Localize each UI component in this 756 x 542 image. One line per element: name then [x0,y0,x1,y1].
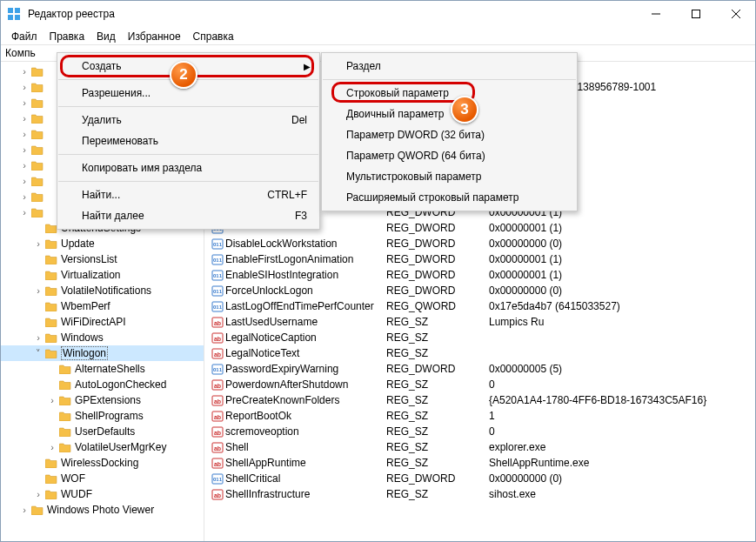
expand-icon[interactable]: › [19,97,30,108]
expand-icon[interactable]: › [33,489,43,499]
value-row[interactable]: 011ShellCriticalREG_DWORD0x00000000 (0) [204,471,756,486]
tree-node[interactable]: ›Update [0,236,204,251]
tree-node[interactable]: AlternateShells [0,361,204,377]
value-row[interactable]: 011PasswordExpiryWarningREG_DWORD0x00000… [204,361,756,377]
tree-node[interactable]: AutoLogonChecked [0,377,204,392]
value-row[interactable]: 011LastLogOffEndTimePerfCounterREG_QWORD… [204,298,756,314]
value-row[interactable]: abLegalNoticeCaptionREG_SZ [204,330,756,345]
svg-text:011: 011 [213,289,223,294]
ctx_sub-item[interactable]: Двоичный параметр [322,104,577,124]
ctx_main-item[interactable]: Найти далееF3 [57,205,319,226]
menu-favorites[interactable]: Избранное [122,30,187,43]
folder-icon [59,379,71,390]
value-row[interactable]: abReportBootOkREG_SZ1 [204,408,756,424]
close-button[interactable] [716,0,756,28]
binary-icon: 011 [210,269,225,281]
ctx_sub-item[interactable]: Строковый параметр [322,83,577,104]
binary-icon: 011 [210,253,225,265]
ctx_main-item[interactable]: Разрешения... [57,83,319,104]
svg-text:011: 011 [213,477,223,482]
ctx_sub-item[interactable]: Мультистроковый параметр [322,166,577,187]
value-row[interactable]: abLegalNoticeTextREG_SZ [204,345,756,361]
ctx_sub-item[interactable]: Раздел [322,56,577,77]
ctx_main-item[interactable]: Найти...CTRL+F [57,184,319,205]
value-name: EnableSIHostIntegration [225,269,386,281]
value-row[interactable]: abPreCreateKnownFoldersREG_SZ{A520A1A4-1… [204,392,756,408]
string-icon: ab [210,394,225,406]
tree-node[interactable]: VersionsList [0,251,204,267]
expand-icon[interactable]: › [19,129,30,139]
value-data: 0x00000000 (0) [489,284,756,297]
value-row[interactable]: abShellAppRuntimeREG_SZShellAppRuntime.e… [204,455,756,471]
tree-node[interactable]: UserDefaults [0,424,204,439]
menu-view[interactable]: Вид [90,30,122,43]
maximize-button[interactable] [676,0,716,28]
ctx_main-item[interactable]: УдалитьDel [57,110,319,130]
value-name: LastLogOffEndTimePerfCounter [225,300,386,312]
menu-help[interactable]: Справка [187,30,240,43]
tree-node[interactable]: ›WUDF [0,486,204,502]
expand-icon[interactable]: › [19,176,30,186]
value-row[interactable]: 011DisableLockWorkstationREG_DWORD0x0000… [204,236,756,251]
ctx_main-item[interactable]: Копировать имя раздела [57,157,319,178]
expand-icon[interactable]: › [47,442,57,452]
value-type: REG_DWORD [386,222,489,234]
menu-file[interactable]: Файл [5,30,43,43]
expand-icon[interactable]: › [47,395,57,405]
tree-label: UserDefaults [75,425,135,438]
expand-icon[interactable]: › [19,113,30,124]
ctx_sub-item[interactable]: Параметр QWORD (64 бита) [322,145,577,166]
expand-icon[interactable]: › [19,207,30,217]
tree-node[interactable]: ˅Winlogon [0,345,204,361]
svg-text:ab: ab [214,445,221,452]
folder-icon [59,442,71,452]
tree-label: WirelessDocking [61,457,138,469]
menu-edit[interactable]: Правка [43,30,91,43]
svg-text:011: 011 [213,367,223,372]
binary-icon: 011 [210,363,225,375]
value-name: PasswordExpiryWarning [225,363,386,375]
tree-node[interactable]: ›Windows Photo Viewer [0,502,204,518]
tree-node[interactable]: WirelessDocking [0,455,204,471]
context-submenu-new[interactable]: РазделСтроковый параметрДвоичный парамет… [321,52,578,211]
expand-icon[interactable]: › [19,82,30,92]
ctx_sub-item[interactable]: Параметр DWORD (32 бита) [322,124,577,145]
string-icon: ab [210,378,225,391]
tree-node[interactable]: Virtualization [0,267,204,283]
expand-icon[interactable]: › [19,66,30,77]
value-name: LegalNoticeCaption [225,331,386,344]
expand-icon[interactable]: › [19,191,30,202]
context-menu[interactable]: Создать▶Разрешения...УдалитьDelПереимено… [57,52,320,230]
ctx_main-item[interactable]: Переименовать [57,130,319,151]
expand-icon[interactable]: › [33,285,43,296]
value-data: 0 [489,378,756,391]
value-row[interactable]: 011EnableSIHostIntegrationREG_DWORD0x000… [204,267,756,283]
tree-node[interactable]: ›VolatileNotifications [0,283,204,298]
tree-node[interactable]: ›GPExtensions [0,392,204,408]
value-type: REG_SZ [386,457,489,469]
expand-icon[interactable]: › [33,332,43,343]
value-row[interactable]: abPowerdownAfterShutdownREG_SZ0 [204,377,756,392]
value-row[interactable]: abLastUsedUsernameREG_SZLumpics Ru [204,314,756,330]
tree-node[interactable]: WbemPerf [0,298,204,314]
value-row[interactable]: abShellInfrastructureREG_SZsihost.exe [204,486,756,502]
tree-node[interactable]: WiFiDirectAPI [0,314,204,330]
folder-icon [45,348,57,358]
expand-icon[interactable]: ˅ [33,348,43,358]
tree-node[interactable]: ›VolatileUserMgrKey [0,439,204,455]
ctx_main-item[interactable]: Создать▶ [57,56,319,77]
folder-icon [45,301,57,311]
tree-node[interactable]: WOF [0,471,204,486]
expand-icon[interactable]: › [19,505,30,515]
expand-icon[interactable]: › [19,160,30,171]
value-row[interactable]: abscremoveoptionREG_SZ0 [204,424,756,439]
tree-node[interactable]: ›Windows [0,330,204,345]
expand-icon[interactable]: › [33,238,43,249]
value-row[interactable]: abShellREG_SZexplorer.exe [204,439,756,455]
tree-node[interactable]: ShellPrograms [0,408,204,424]
expand-icon[interactable]: › [19,144,30,155]
value-row[interactable]: 011EnableFirstLogonAnimationREG_DWORD0x0… [204,251,756,267]
minimize-button[interactable] [636,0,676,28]
ctx_sub-item[interactable]: Расширяемый строковый параметр [322,187,577,208]
value-row[interactable]: 011ForceUnlockLogonREG_DWORD0x00000000 (… [204,283,756,298]
